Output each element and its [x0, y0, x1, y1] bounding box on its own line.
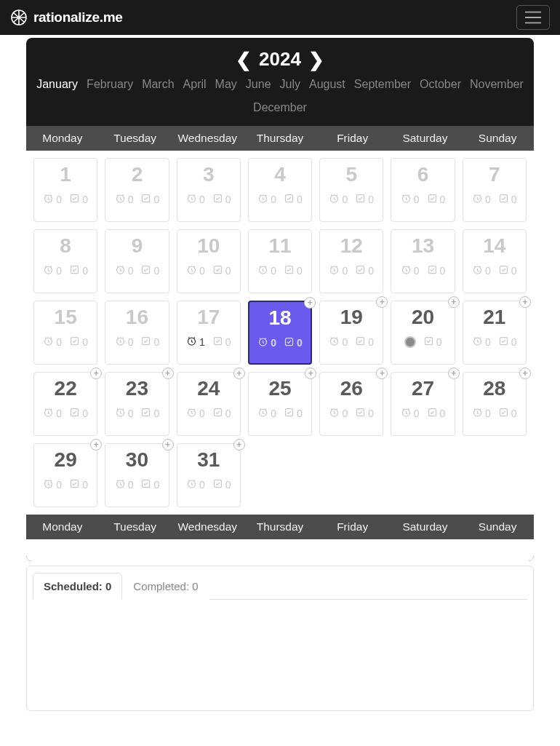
day-cell-3[interactable]: 300 [177, 158, 241, 222]
month-june[interactable]: June [246, 78, 271, 91]
clock-icon [186, 336, 197, 349]
weekday-friday: Friday [316, 126, 389, 151]
day-cell-8[interactable]: 800 [33, 229, 97, 293]
day-cell-10[interactable]: 1000 [177, 229, 241, 293]
day-counts: 00 [329, 264, 374, 277]
next-year-button[interactable]: ❯ [308, 50, 324, 69]
day-number: 10 [197, 236, 220, 256]
add-task-button[interactable]: + [233, 368, 245, 379]
weekday-wednesday: Wednesday [171, 515, 244, 539]
day-cell-5[interactable]: 500 [319, 158, 383, 222]
weekday-friday: Friday [316, 515, 389, 539]
month-may[interactable]: May [215, 78, 237, 91]
day-cell-21[interactable]: 2100+ [463, 301, 527, 365]
day-number: 19 [340, 307, 363, 328]
add-task-button[interactable]: + [305, 368, 316, 379]
prev-year-button[interactable]: ❮ [236, 50, 252, 69]
check-icon [355, 336, 366, 349]
add-task-button[interactable]: + [304, 297, 316, 309]
check-icon [212, 478, 223, 491]
day-cell-22[interactable]: 2200+ [33, 372, 97, 436]
scheduled-count: 0 [257, 264, 276, 277]
tab-scheduled[interactable]: Scheduled: 0 [33, 573, 122, 600]
day-cell-28[interactable]: 2800+ [463, 372, 527, 436]
day-cell-15[interactable]: 1500 [33, 301, 97, 365]
month-november[interactable]: November [470, 78, 524, 91]
brand[interactable]: rationalize.me [10, 9, 123, 26]
day-number: 25 [268, 378, 291, 399]
month-april[interactable]: April [183, 78, 207, 91]
day-cell-13[interactable]: 1300 [391, 229, 455, 293]
check-icon [498, 264, 509, 277]
add-task-button[interactable]: + [90, 439, 102, 451]
weekday-saturday: Saturday [389, 126, 462, 151]
svg-rect-34 [214, 338, 221, 345]
add-task-button[interactable]: + [519, 296, 531, 308]
day-cell-1[interactable]: 100 [33, 158, 97, 222]
hamburger-menu[interactable] [516, 5, 550, 30]
completed-count: 0 [212, 478, 231, 491]
svg-rect-30 [71, 338, 79, 345]
completed-count: 0 [140, 336, 159, 349]
month-december[interactable]: December [253, 101, 307, 114]
month-october[interactable]: October [420, 78, 461, 91]
year-label: 2024 [259, 48, 301, 71]
day-cell-2[interactable]: 200 [105, 158, 169, 222]
day-cell-31[interactable]: 3100+ [177, 443, 241, 507]
day-cell-6[interactable]: 600 [391, 158, 455, 222]
check-icon [498, 336, 509, 349]
scheduled-count: 0 [115, 193, 134, 206]
add-task-button[interactable]: + [233, 439, 245, 451]
event-dot-icon [404, 336, 416, 348]
day-cell-9[interactable]: 900 [105, 229, 169, 293]
month-august[interactable]: August [309, 78, 345, 91]
svg-rect-6 [214, 195, 221, 202]
add-task-button[interactable]: + [376, 296, 388, 308]
day-cell-20[interactable]: 200+ [391, 301, 455, 365]
day-cell-24[interactable]: 2400+ [177, 372, 241, 436]
completed-count: 0 [498, 264, 517, 277]
add-task-button[interactable]: + [90, 368, 102, 379]
svg-rect-51 [357, 409, 364, 416]
day-counts: 00 [186, 407, 231, 420]
day-cell-23[interactable]: 2300+ [105, 372, 169, 436]
day-cell-27[interactable]: 2700+ [391, 372, 455, 436]
month-july[interactable]: July [280, 78, 300, 91]
add-task-button[interactable]: + [519, 368, 531, 379]
add-task-button[interactable]: + [448, 296, 460, 308]
day-cell-11[interactable]: 1100 [248, 229, 312, 293]
clock-icon [472, 407, 483, 420]
tab-completed[interactable]: Completed: 0 [122, 573, 209, 600]
month-january[interactable]: January [36, 78, 78, 91]
day-cell-25[interactable]: 2500+ [248, 372, 312, 436]
day-cell-29[interactable]: 2900+ [33, 443, 97, 507]
clock-icon [329, 407, 340, 420]
day-cell-26[interactable]: 2600+ [319, 372, 383, 436]
month-february[interactable]: February [87, 78, 133, 91]
day-number: 2 [132, 164, 143, 185]
task-tabbar: Scheduled: 0 Completed: 0 [33, 572, 527, 600]
check-icon [69, 193, 80, 206]
day-number: 23 [126, 378, 148, 399]
day-cell-4[interactable]: 400 [248, 158, 312, 222]
month-september[interactable]: September [354, 78, 411, 91]
day-cell-19[interactable]: 1900+ [319, 301, 383, 365]
month-march[interactable]: March [142, 78, 174, 91]
scheduled-count: 0 [329, 407, 348, 420]
scheduled-count: 0 [329, 264, 348, 277]
day-cell-18[interactable]: 1800+ [248, 301, 312, 365]
day-cell-12[interactable]: 1200 [319, 229, 383, 293]
day-counts: 00 [115, 264, 160, 277]
add-task-button[interactable]: + [376, 368, 388, 379]
completed-count: 0 [284, 407, 303, 420]
add-task-button[interactable]: + [162, 368, 174, 379]
day-cell-16[interactable]: 1600 [105, 301, 169, 365]
completed-count: 0 [69, 478, 88, 491]
day-cell-14[interactable]: 1400 [463, 229, 527, 293]
day-cell-30[interactable]: 3000+ [105, 443, 169, 507]
day-cell-7[interactable]: 700 [463, 158, 527, 222]
add-task-button[interactable]: + [162, 439, 174, 451]
check-icon [498, 193, 509, 206]
add-task-button[interactable]: + [448, 368, 460, 379]
day-cell-17[interactable]: 1710 [177, 301, 241, 365]
